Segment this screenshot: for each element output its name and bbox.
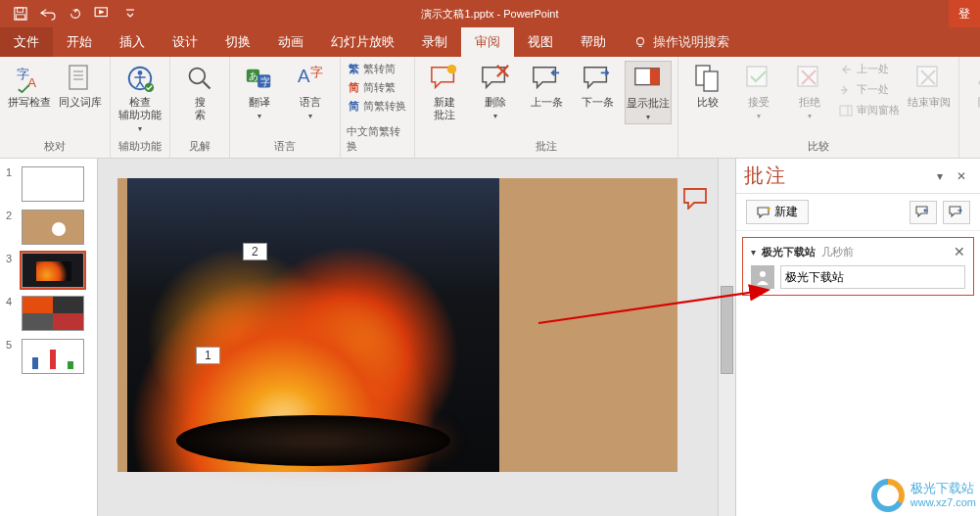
canvas-scrollbar[interactable]: [718, 159, 735, 516]
next-comment-nav-button[interactable]: [943, 201, 970, 224]
svg-rect-1: [18, 8, 23, 12]
tab-file[interactable]: 文件: [0, 27, 53, 57]
group-ink: 隐藏迹 墨: [959, 57, 980, 158]
check-accessibility-button[interactable]: 检查辅助功能 ▾: [117, 61, 163, 135]
svg-rect-33: [840, 106, 852, 116]
ribbon-tabs: 文件 开始 插入 设计 切换 动画 幻灯片放映 录制 审阅 视图 帮助 操作说明…: [0, 27, 980, 57]
collapse-icon[interactable]: ▾: [751, 247, 756, 258]
comment-input[interactable]: [780, 265, 965, 289]
chinese-convert-button[interactable]: 简简繁转换: [347, 98, 408, 115]
tab-view[interactable]: 视图: [514, 27, 567, 57]
tab-review[interactable]: 审阅: [461, 27, 514, 57]
tab-animations[interactable]: 动画: [264, 27, 317, 57]
accept-icon: [743, 63, 774, 94]
compare-button[interactable]: 比较: [684, 61, 731, 109]
thesaurus-icon: [65, 63, 96, 94]
ink-icon: [973, 63, 980, 94]
slide-preview: [22, 339, 84, 374]
comments-pane: 批注 ▾ ✕ ✦ 新建 ▾ 极光下载站 几秒前 ✕: [735, 159, 980, 516]
review-pane-button: 审阅窗格: [837, 102, 902, 118]
tab-insert[interactable]: 插入: [106, 27, 159, 57]
comment-time: 几秒前: [821, 245, 854, 259]
pane-options-button[interactable]: ▾: [929, 165, 951, 187]
app-name: PowerPoint: [503, 8, 558, 20]
slide-thumbnail[interactable]: 1: [0, 163, 97, 206]
tab-record[interactable]: 录制: [408, 27, 461, 57]
tab-design[interactable]: 设计: [159, 27, 211, 57]
tab-home[interactable]: 开始: [53, 27, 106, 57]
spellcheck-button[interactable]: 字A 拼写检查: [6, 61, 53, 109]
group-insights: 搜索 见解: [170, 57, 230, 158]
slide-preview: [22, 253, 84, 288]
comment-card[interactable]: ▾ 极光下载站 几秒前 ✕: [742, 237, 974, 296]
svg-text:✦: ✦: [766, 207, 770, 213]
slide-thumbnail[interactable]: 4: [0, 292, 97, 335]
slide-image-fire[interactable]: 1 2: [127, 178, 499, 472]
svg-rect-28: [650, 69, 659, 85]
svg-rect-31: [747, 67, 767, 86]
svg-text:A: A: [298, 66, 310, 86]
language-button[interactable]: A字 语言▾: [287, 61, 334, 122]
thesaurus-button[interactable]: 同义词库: [57, 61, 104, 109]
accept-button: 接受▾: [735, 61, 782, 122]
slide-thumbnails-panel[interactable]: 1 2 3 4 5: [0, 159, 98, 516]
simp-to-trad-button[interactable]: 简简转繁: [347, 79, 408, 96]
svg-rect-9: [70, 66, 87, 89]
watermark-text: 极光下载站 www.xz7.com: [910, 482, 976, 509]
save-button[interactable]: [8, 2, 33, 25]
quick-access-toolbar: [0, 2, 143, 25]
show-comments-button[interactable]: 显示批注▾: [625, 61, 672, 124]
translate-icon: あ字: [244, 63, 275, 94]
prev-comment-button[interactable]: 上一条: [523, 61, 570, 109]
delete-comment-button[interactable]: 删除▾: [472, 61, 519, 122]
redo-button[interactable]: [63, 2, 88, 25]
arrow-down-right-icon: [839, 84, 853, 96]
svg-point-37: [760, 271, 766, 277]
undo-button[interactable]: [35, 2, 61, 25]
slide-marker[interactable]: 2: [243, 243, 267, 260]
compare-icon: [692, 63, 723, 94]
new-comment-icon: [429, 63, 460, 94]
delete-comment-icon[interactable]: ✕: [954, 244, 965, 259]
close-pane-button[interactable]: ✕: [951, 165, 972, 187]
slide-canvas[interactable]: 1 2: [117, 178, 677, 472]
tell-me-search[interactable]: 操作说明搜索: [620, 27, 729, 57]
slide-canvas-area[interactable]: 1 2: [98, 159, 718, 516]
svg-point-14: [138, 70, 143, 75]
slide-marker[interactable]: 1: [196, 347, 220, 364]
next-change-button: 下一处: [837, 81, 902, 98]
comments-toolbar: ✦ 新建: [736, 194, 980, 231]
language-icon: A字: [295, 63, 326, 94]
tab-transitions[interactable]: 切换: [211, 27, 264, 57]
prev-comment-nav-button[interactable]: [910, 201, 937, 224]
slide-preview: [22, 166, 84, 202]
comment-indicator[interactable]: [683, 188, 709, 210]
prev-icon: [915, 206, 931, 219]
new-comment-toolbar-button[interactable]: ✦ 新建: [746, 200, 809, 224]
tab-slideshow[interactable]: 幻灯片放映: [317, 27, 408, 57]
start-from-beginning-button[interactable]: [90, 2, 116, 25]
prev-comment-icon: [531, 63, 562, 94]
scrollbar-thumb[interactable]: [721, 286, 733, 374]
translate-button[interactable]: あ字 翻译▾: [236, 61, 283, 122]
trad-to-simp-button[interactable]: 繁繁转简: [347, 61, 408, 77]
watermark-logo: [871, 479, 905, 512]
comments-pane-header: 批注 ▾ ✕: [736, 159, 980, 194]
avatar: [751, 265, 774, 289]
next-comment-button[interactable]: 下一条: [574, 61, 621, 109]
new-comment-button[interactable]: 新建批注: [421, 61, 468, 121]
qat-customize-button[interactable]: [117, 2, 143, 25]
slide-preview: [22, 210, 84, 245]
new-comment-icon: ✦: [757, 207, 770, 218]
svg-point-16: [190, 69, 206, 84]
tab-help[interactable]: 帮助: [567, 27, 620, 57]
slide-thumbnail[interactable]: 2: [0, 206, 97, 249]
svg-text:あ: あ: [249, 70, 258, 81]
slide-thumbnail[interactable]: 5: [0, 335, 97, 378]
slide-thumbnail[interactable]: 3: [0, 249, 97, 292]
ribbon: 字A 拼写检查 同义词库 校对 检查辅助功能 ▾ 辅助功能 搜索 见解: [0, 57, 980, 159]
smart-lookup-button[interactable]: 搜索: [176, 61, 223, 121]
chevron-down-icon: ▾: [257, 112, 261, 120]
svg-line-17: [204, 82, 210, 89]
sign-in-button[interactable]: 登: [949, 0, 980, 27]
